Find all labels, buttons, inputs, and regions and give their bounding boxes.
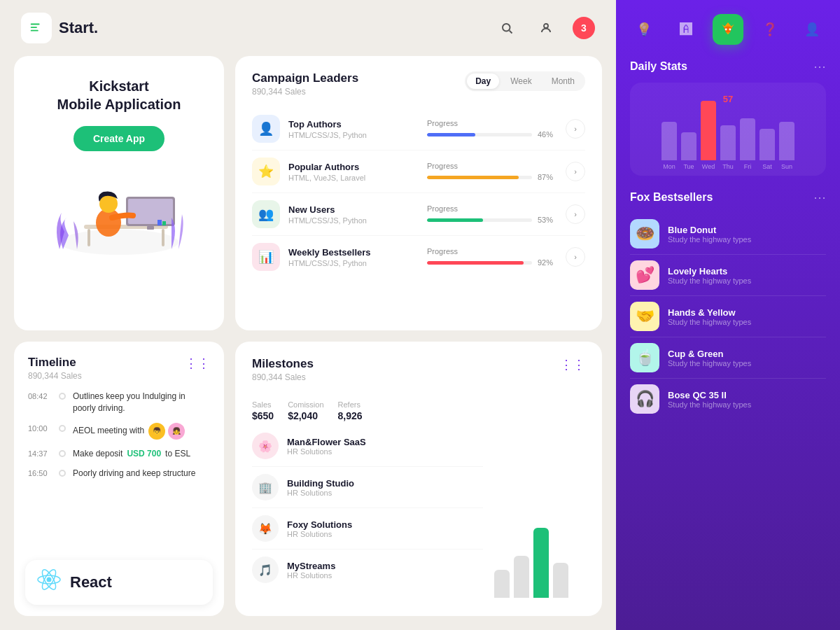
svg-point-24 xyxy=(729,29,731,31)
campaign-row: 📊 Weekly Bestsellers HTML/CSS/JS, Python… xyxy=(252,236,585,278)
campaign-title-block: Campaign Leaders 890,344 Sales xyxy=(252,71,358,97)
fox-bestsellers-options-icon[interactable]: ⋯ xyxy=(813,190,826,205)
timeline-text: Poorly driving and keep structure xyxy=(73,468,195,479)
timeline-content: AEOL meeting with 👦 👧 xyxy=(73,423,210,440)
campaign-arrow-button[interactable]: › xyxy=(566,204,585,224)
progress-bar-bg xyxy=(427,218,532,222)
bestseller-thumb: 🎧 xyxy=(630,384,659,414)
timeline-text: Make deposit xyxy=(73,448,122,460)
stat-label: Comission xyxy=(288,400,323,409)
progress-pct: 92% xyxy=(538,258,557,267)
kickstart-card: Kickstart Mobile Application Create App xyxy=(14,56,224,330)
notification-badge[interactable]: 3 xyxy=(573,17,595,39)
timeline-entry: 14:37 Make deposit USD 700 to ESL xyxy=(28,448,210,460)
bestseller-name: Cup & Green xyxy=(668,349,826,359)
bestseller-info: Hands & Yellow Study the highway types xyxy=(668,307,826,326)
campaign-tabs: Day Week Month xyxy=(465,71,585,91)
stat-label: Refers xyxy=(338,400,363,409)
user-icon[interactable] xyxy=(533,15,559,41)
timeline-subtitle: 890,344 Sales xyxy=(28,371,82,381)
timeline-options-icon[interactable]: ⋮⋮ xyxy=(185,356,210,371)
bestseller-thumb: 🤝 xyxy=(630,302,659,331)
bestseller-sub: Study the highway types xyxy=(668,318,826,326)
bestseller-name: Blue Donut xyxy=(668,225,826,235)
campaign-progress-block: Progress 46% xyxy=(427,119,557,139)
timeline-content: Make deposit USD 700 to ESL xyxy=(73,448,210,460)
bestseller-item[interactable]: 🍵 Cup & Green Study the highway types xyxy=(630,337,826,379)
create-app-button[interactable]: Create App xyxy=(74,126,164,151)
campaign-tags: HTML/CSS/JS, Python xyxy=(288,259,419,267)
search-icon[interactable] xyxy=(494,15,519,41)
milestones-options-icon[interactable]: ⋮⋮ xyxy=(560,357,585,372)
daily-stats-header: Daily Stats ⋯ xyxy=(630,59,826,74)
bestseller-name: Lovely Hearts xyxy=(668,266,826,276)
bar-wrap: Sat xyxy=(760,129,775,170)
campaign-subtitle: 890,344 Sales xyxy=(252,87,358,97)
kickstart-title: Kickstart Mobile Application xyxy=(57,77,181,113)
milestone-name: MyStreams xyxy=(287,561,483,571)
tab-week[interactable]: Week xyxy=(502,74,540,89)
milestones-list-wrap: Sales $650 Comission $2,040 Refers 8,926… xyxy=(252,393,483,601)
campaign-name: Weekly Bestsellers xyxy=(288,247,419,258)
bestseller-item[interactable]: 🍩 Blue Donut Study the highway types xyxy=(630,214,826,255)
campaign-arrow-button[interactable]: › xyxy=(566,119,585,139)
campaign-avatar: 📊 xyxy=(252,243,280,271)
milestone-bar-wrap xyxy=(553,514,568,598)
bestseller-info: Cup & Green Study the highway types xyxy=(668,349,826,368)
campaign-progress-block: Progress 87% xyxy=(427,162,557,181)
timeline-text: Outlines keep you Indulging in poorly dr… xyxy=(73,391,210,414)
bar-wrap: Mon xyxy=(662,122,677,170)
campaign-avatar: 👥 xyxy=(252,200,280,228)
bar xyxy=(740,118,755,160)
bestseller-item[interactable]: 🎧 Bose QC 35 II Study the highway types xyxy=(630,379,826,419)
progress-row: 92% xyxy=(427,258,557,267)
bestseller-info: Bose QC 35 II Study the highway types xyxy=(668,390,826,409)
milestone-stat: Refers 8,926 xyxy=(338,400,363,421)
campaign-tags: HTML/CSS/JS, Python xyxy=(288,131,419,139)
header-icons: 3 xyxy=(494,15,595,41)
milestone-row: 🌸 Man&Flower SaaS HR Solutions xyxy=(252,426,483,467)
sidebar-nav-icon-3[interactable]: ❓ xyxy=(755,14,785,45)
bestseller-item[interactable]: 💕 Lovely Hearts Study the highway types xyxy=(630,255,826,296)
milestone-stat: Sales $650 xyxy=(252,400,274,421)
milestone-rows: 🌸 Man&Flower SaaS HR Solutions 🏢 Buildin… xyxy=(252,426,483,590)
milestone-info: Man&Flower SaaS HR Solutions xyxy=(287,437,483,456)
tab-month[interactable]: Month xyxy=(543,74,583,89)
milestone-stat: Comission $2,040 xyxy=(288,400,323,421)
timeline-time: 08:42 xyxy=(28,392,52,400)
fox-bestsellers-title: Fox Bestsellers xyxy=(630,191,713,204)
campaign-arrow-button[interactable]: › xyxy=(566,162,585,181)
timeline-avatars: 👦 👧 xyxy=(148,423,185,440)
campaign-avatar: ⭐ xyxy=(252,158,280,186)
stat-value: $650 xyxy=(252,410,274,421)
sidebar-nav-icon-0[interactable]: 💡 xyxy=(629,14,659,45)
daily-stats-options-icon[interactable]: ⋯ xyxy=(813,59,826,74)
timeline-dot xyxy=(59,450,66,457)
milestone-bar xyxy=(553,563,568,598)
progress-label: Progress xyxy=(427,204,557,213)
milestones-title: Milestones xyxy=(252,357,314,371)
sidebar-content: Daily Stats ⋯ 57 Mon Tue Wed Thu Fri Sat… xyxy=(616,52,840,630)
sidebar-nav-icon-1[interactable]: 🅰 xyxy=(671,14,701,45)
bar-label: Sun xyxy=(781,163,792,170)
svg-marker-25 xyxy=(726,32,730,34)
sidebar-nav-icon-4[interactable]: 👤 xyxy=(797,14,827,45)
bar-label: Mon xyxy=(663,163,676,170)
campaign-info: Weekly Bestsellers HTML/CSS/JS, Python xyxy=(288,247,419,267)
milestones-subtitle: 890,344 Sales xyxy=(252,372,314,382)
svg-point-17 xyxy=(47,578,52,582)
tab-day[interactable]: Day xyxy=(467,74,499,89)
progress-pct: 87% xyxy=(538,173,557,181)
campaign-info: New Users HTML/CSS/JS, Python xyxy=(288,204,419,225)
nav-icon-symbol: 💡 xyxy=(636,22,652,37)
sidebar-nav-icon-2[interactable] xyxy=(713,14,743,45)
bestseller-thumb: 🍵 xyxy=(630,343,659,372)
campaign-header: Campaign Leaders 890,344 Sales Day Week … xyxy=(252,71,585,97)
nav-icon-symbol: ❓ xyxy=(762,22,778,37)
milestone-chart xyxy=(494,393,585,601)
campaign-arrow-button[interactable]: › xyxy=(566,247,585,267)
milestone-bar xyxy=(514,556,529,598)
campaign-row: ⭐ Popular Authors HTML, VueJS, Laravel P… xyxy=(252,150,585,193)
bestseller-item[interactable]: 🤝 Hands & Yellow Study the highway types xyxy=(630,296,826,337)
bar xyxy=(681,132,696,160)
